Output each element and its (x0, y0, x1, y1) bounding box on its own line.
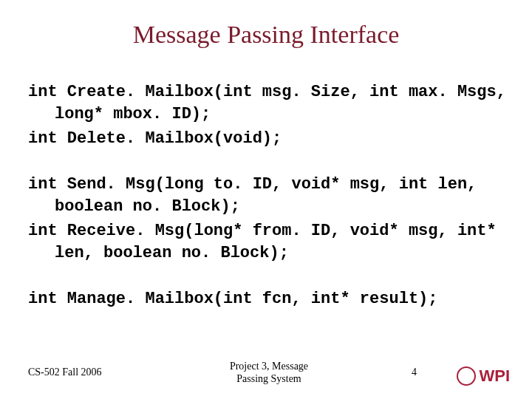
spacer (28, 267, 510, 288)
footer-project: Project 3, Message Passing System (28, 361, 510, 386)
page-number: 4 (412, 366, 417, 378)
code-line: int Receive. Msg(long* from. ID, void* m… (28, 220, 510, 264)
footer-project-line2: Passing System (236, 373, 301, 384)
wpi-logo: WPI (457, 366, 510, 386)
code-body: int Create. Mailbox(int msg. Size, int m… (28, 81, 510, 313)
wpi-seal-icon (457, 366, 476, 386)
code-line: int Send. Msg(long to. ID, void* msg, in… (28, 174, 510, 217)
slide-title: Message Passing Interface (0, 21, 532, 49)
footer-project-line1: Project 3, Message (230, 361, 308, 372)
wpi-wordmark: WPI (479, 366, 510, 386)
spacer (28, 153, 510, 174)
code-line: int Manage. Mailbox(int fcn, int* result… (28, 288, 510, 310)
code-line: int Create. Mailbox(int msg. Size, int m… (28, 81, 510, 125)
code-line: int Delete. Mailbox(void); (28, 128, 510, 150)
slide: Message Passing Interface int Create. Ma… (0, 0, 532, 399)
